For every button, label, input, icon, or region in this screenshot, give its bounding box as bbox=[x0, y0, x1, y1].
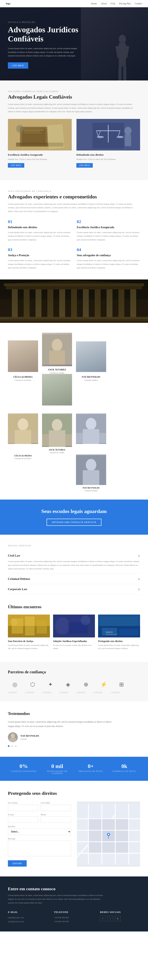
meetings-title: Últimos encontros bbox=[8, 604, 140, 609]
svg-rect-13 bbox=[46, 124, 64, 149]
svg-point-0 bbox=[119, 35, 126, 43]
contact-info-title: Entre em contato conosco bbox=[8, 886, 140, 891]
team-intro-section: SEUS ADVOGADOS DE CONFIANÇA Advogados ex… bbox=[0, 180, 148, 280]
navbar: logo Home About FAQ Pricing Plan Contact bbox=[0, 0, 148, 7]
nav-home[interactable]: Home bbox=[91, 2, 97, 5]
message-textarea[interactable] bbox=[8, 840, 71, 856]
team-member-2-name: JACK ÁLVAREZ bbox=[42, 368, 72, 371]
svg-rect-102 bbox=[89, 831, 102, 842]
nav-contact[interactable]: Contact bbox=[135, 2, 142, 5]
svg-point-26 bbox=[117, 136, 124, 138]
email-input[interactable] bbox=[8, 816, 38, 823]
last-name-input[interactable] bbox=[41, 805, 71, 811]
meeting-1: Seus Parceiros de Justiça Lorem ipsum do… bbox=[8, 614, 50, 652]
contact-col-email: E-mail email@email.com email@email.com bbox=[8, 911, 48, 924]
stat-3-label: Processos de êxito bbox=[75, 770, 107, 772]
meeting-1-title: Seus Parceiros de Justiça bbox=[8, 640, 50, 643]
form-fields: First Name Last Name E-mail Phone bbox=[8, 802, 71, 867]
svg-rect-109 bbox=[116, 842, 128, 853]
hero-title: Advogados Jurídicos Confiáveis bbox=[8, 25, 91, 43]
sol2-btn[interactable]: Lér mais bbox=[76, 163, 93, 168]
dot-3[interactable] bbox=[15, 745, 17, 747]
team-layout-clean: JACK ÁLVAREZ Gerente de vendas CÉLIA ALM… bbox=[0, 414, 148, 500]
testimonial-name: NAT REYNOLDS bbox=[21, 735, 39, 737]
nav-pricing[interactable]: Pricing Plan bbox=[119, 2, 131, 5]
svg-point-62 bbox=[86, 418, 96, 430]
benefits-select[interactable]: Select... Option 1 Option 2 bbox=[8, 828, 71, 835]
social-twitter[interactable]: t bbox=[108, 916, 113, 921]
meeting-3-text: Lorem ipsum dolor sit amet, consectetur … bbox=[98, 644, 140, 650]
svg-rect-10 bbox=[24, 131, 40, 132]
dot-1[interactable] bbox=[8, 745, 10, 747]
feature-2-title: Excelência Jurídica Assegurada bbox=[77, 226, 140, 229]
svg-point-57 bbox=[52, 419, 62, 431]
first-name-label: First Name bbox=[8, 802, 38, 804]
svg-rect-83 bbox=[100, 617, 138, 626]
testimonial-avatar bbox=[8, 732, 18, 742]
services-badge: NOSSOS SERVIÇOS bbox=[8, 544, 140, 547]
social-heading: Redes sociais bbox=[100, 911, 140, 914]
svg-rect-103 bbox=[89, 842, 102, 853]
feature-2-text: Lorem ipsum dolor sit amet, consectetur … bbox=[77, 231, 140, 242]
person-1 bbox=[8, 414, 38, 453]
nav-about[interactable]: About bbox=[101, 2, 107, 5]
testimonial-author: NAT REYNOLDS Gerente bbox=[8, 732, 140, 742]
service-header-1[interactable]: Civil Law ∧ bbox=[8, 554, 140, 558]
feature-4-text: Lorem ipsum dolor sit amet, consectetur … bbox=[77, 259, 140, 270]
service-item-1: Civil Law ∧ Lorem ipsum dolor sit amet, … bbox=[8, 550, 140, 574]
svg-rect-5 bbox=[123, 67, 126, 81]
person-jack: JACK ÁLVAREZ Gerente de vendas bbox=[42, 414, 72, 453]
partner-4: ◈ bbox=[61, 679, 75, 690]
solution-card-1: Excelência Jurídica Assegurada Sample te… bbox=[8, 119, 72, 170]
person-4 bbox=[110, 414, 140, 453]
sol1-text: Sample text. Click to select the Text El… bbox=[8, 158, 72, 161]
svg-rect-4 bbox=[118, 67, 121, 81]
nav-faq[interactable]: FAQ bbox=[111, 2, 115, 5]
testimonials-section: Testemunhos Lorem ipsum dolor sit amet, … bbox=[0, 702, 148, 757]
team-intro-badge: SEUS ADVOGADOS DE CONFIANÇA bbox=[8, 190, 140, 192]
feature-3-num: 03 bbox=[8, 247, 71, 252]
testimonial-role: Gerente bbox=[21, 738, 39, 740]
cta-btn[interactable]: Obtenha uma consulta gratuita bbox=[46, 519, 102, 526]
partner-5: ⊕ bbox=[79, 679, 93, 690]
partner-2: ⬡ bbox=[25, 679, 40, 690]
last-name-group: Last Name bbox=[41, 802, 71, 811]
stat-4-label: Exemplos de êxito bbox=[108, 770, 140, 772]
svg-rect-73 bbox=[37, 620, 47, 634]
team-member-nat: NAT REYNOLDS Contador-auditor bbox=[76, 374, 106, 406]
email-label: E-mail bbox=[8, 813, 38, 816]
svg-rect-104 bbox=[102, 819, 115, 830]
nav-logo[interactable]: logo bbox=[6, 2, 10, 5]
service-header-3[interactable]: Corporate Law ∨ bbox=[8, 587, 140, 591]
svg-text:FOR OUR LIVES: FOR OUR LIVES bbox=[106, 634, 117, 635]
team-member-2: JACK ÁLVAREZ Gerente de vendas bbox=[42, 333, 72, 374]
message-group: Message bbox=[8, 837, 71, 857]
feature-1-text: Lorem ipsum dolor sit amet, consectetur … bbox=[8, 231, 71, 242]
feature-3-title: Justiça e Proteção bbox=[8, 254, 71, 257]
service-header-2[interactable]: Criminal Defense ∨ bbox=[8, 577, 140, 581]
partner-3: ✦ bbox=[43, 679, 57, 690]
solutions-text: Lorem ipsum dolor sit amet, consectetur … bbox=[8, 102, 138, 113]
dot-2[interactable] bbox=[11, 745, 13, 747]
contact-form-title: Protegendo seus direitos bbox=[8, 791, 140, 796]
phone-line-1: +00 000 000 000 bbox=[54, 916, 94, 920]
social-icons: f t in bbox=[100, 916, 140, 921]
first-name-group: First Name bbox=[8, 802, 38, 811]
stats-grid: 0% Clientes Satisfeitos 0 mil Notificaçõ… bbox=[8, 763, 140, 775]
hero-btn[interactable]: Lér mais bbox=[8, 62, 28, 68]
svg-rect-8 bbox=[22, 129, 46, 145]
submit-btn[interactable]: Enviar bbox=[8, 860, 27, 867]
svg-rect-68 bbox=[83, 470, 99, 485]
solution-card-2: Defendendo seus direitos Sample text. Cl… bbox=[76, 119, 140, 170]
feature-3: 03 Justiça e Proteção Lorem ipsum dolor … bbox=[8, 247, 71, 270]
phone-input[interactable] bbox=[41, 816, 71, 823]
feature-2-num: 02 bbox=[77, 219, 140, 224]
social-linkedin[interactable]: in bbox=[115, 916, 121, 921]
stat-1-label: Clientes Satisfeitos bbox=[8, 770, 40, 772]
sol1-btn[interactable]: Lér mais bbox=[8, 163, 24, 168]
phone-line-2: +00 000 000 000 bbox=[54, 920, 94, 924]
svg-rect-59 bbox=[42, 434, 49, 446]
first-name-input[interactable] bbox=[8, 805, 38, 811]
social-facebook[interactable]: f bbox=[100, 916, 105, 921]
chevron-up-icon: ∧ bbox=[138, 554, 140, 558]
